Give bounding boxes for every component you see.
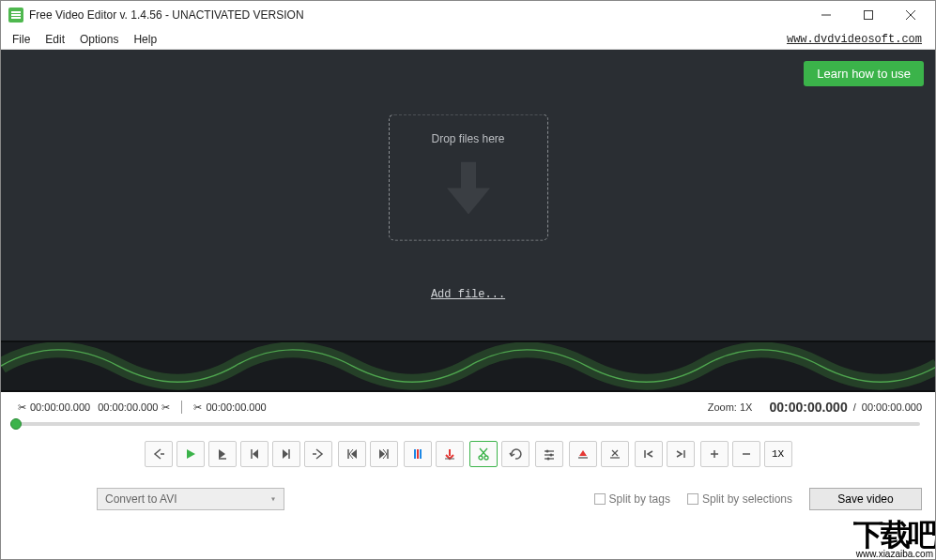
- settings-button[interactable]: [535, 441, 563, 467]
- watermark-text: 下载吧: [853, 522, 935, 549]
- seek-slider-row: [1, 418, 935, 435]
- drop-label: Drop files here: [431, 132, 504, 145]
- seek-slider[interactable]: [16, 422, 920, 426]
- seek-thumb[interactable]: [10, 418, 22, 430]
- menu-edit[interactable]: Edit: [38, 31, 72, 48]
- goto-end-button[interactable]: [667, 441, 695, 467]
- app-icon: [8, 8, 23, 23]
- step-forward-button[interactable]: [304, 441, 332, 467]
- menu-options[interactable]: Options: [72, 31, 126, 48]
- scissors-icon: ✂: [193, 401, 202, 414]
- split-sel-label: Split by selections: [702, 492, 792, 506]
- add-file-link[interactable]: Add file...: [431, 288, 505, 301]
- minimize-button[interactable]: [805, 2, 847, 28]
- save-video-button[interactable]: Save video: [809, 488, 922, 510]
- svg-point-16: [479, 456, 483, 460]
- delete-selection-button[interactable]: [436, 441, 464, 467]
- learn-how-button[interactable]: Learn how to use: [804, 61, 924, 86]
- separator: [181, 401, 182, 414]
- bottom-row: Convert to AVI Split by tags Split by se…: [1, 477, 935, 522]
- zoom-in-button[interactable]: [700, 441, 729, 467]
- mark-out-button[interactable]: [601, 441, 629, 467]
- prev-frame-button[interactable]: [240, 441, 269, 467]
- save-label: Save video: [837, 492, 893, 506]
- drop-zone[interactable]: Drop files here: [389, 114, 548, 241]
- selection-end-time: 00:00:00.000: [98, 401, 158, 413]
- svg-point-17: [484, 456, 488, 460]
- scissors-icon: ✂: [161, 401, 170, 414]
- svg-line-19: [480, 448, 486, 456]
- svg-line-18: [481, 448, 487, 456]
- prev-keyframe-button[interactable]: [338, 441, 366, 467]
- cut-button[interactable]: [469, 441, 498, 467]
- titlebar: Free Video Editor v. 1.4.56 - UNACTIVATE…: [1, 1, 935, 29]
- zoom-out-button[interactable]: [732, 441, 760, 467]
- mark-in-button[interactable]: [569, 441, 597, 467]
- svg-point-25: [546, 458, 549, 461]
- down-arrow-icon: [445, 162, 492, 215]
- svg-point-21: [545, 450, 548, 453]
- scissors-icon: ✂: [18, 401, 26, 414]
- watermark-url: www.xiazaiba.com: [854, 549, 935, 559]
- svg-point-23: [549, 454, 552, 457]
- cut-time: 00:00:00.000: [206, 401, 266, 413]
- play-button[interactable]: [176, 441, 205, 467]
- waveform-area[interactable]: [1, 341, 935, 392]
- play-to-end-button[interactable]: [208, 441, 237, 467]
- maximize-button[interactable]: [847, 2, 889, 28]
- split-by-tags-checkbox[interactable]: Split by tags: [594, 492, 670, 506]
- format-label: Convert to AVI: [105, 492, 176, 506]
- controls-row: 1X: [1, 435, 935, 477]
- menu-help[interactable]: Help: [126, 31, 164, 48]
- checkbox-icon: [687, 493, 698, 505]
- menubar: File Edit Options Help www.dvdvideosoft.…: [1, 29, 935, 50]
- next-frame-button[interactable]: [272, 441, 300, 467]
- time-info-row: ✂ 00:00:00.000 00:00:00.000 ✂ ✂ 00:00:00…: [1, 392, 935, 418]
- close-button[interactable]: [889, 2, 931, 28]
- output-format-dropdown[interactable]: Convert to AVI: [97, 488, 284, 510]
- position-time: 00:00:00.000: [769, 400, 847, 415]
- checkbox-icon: [594, 493, 606, 505]
- zoom-label: Zoom: 1X: [708, 401, 753, 413]
- menu-file[interactable]: File: [5, 31, 38, 48]
- next-keyframe-button[interactable]: [370, 441, 398, 467]
- zoom-reset-button[interactable]: 1X: [764, 441, 792, 467]
- watermark: 下载吧 www.xiazaiba.com: [853, 522, 935, 559]
- site-link[interactable]: www.dvdvideosoft.com: [787, 33, 931, 46]
- window-title: Free Video Editor v. 1.4.56 - UNACTIVATE…: [29, 8, 805, 22]
- split-by-selections-checkbox[interactable]: Split by selections: [687, 492, 792, 506]
- step-back-button[interactable]: [145, 441, 173, 467]
- svg-rect-1: [864, 11, 872, 20]
- video-preview-area: Learn how to use Drop files here Add fil…: [1, 50, 935, 341]
- duration-time: 00:00:00.000: [862, 401, 922, 413]
- time-separator: /: [853, 401, 856, 413]
- goto-start-button[interactable]: [635, 441, 663, 467]
- split-tags-label: Split by tags: [609, 492, 670, 506]
- mark-selection-button[interactable]: [404, 441, 432, 467]
- selection-start-time: 00:00:00.000: [30, 401, 90, 413]
- rotate-button[interactable]: [501, 441, 529, 467]
